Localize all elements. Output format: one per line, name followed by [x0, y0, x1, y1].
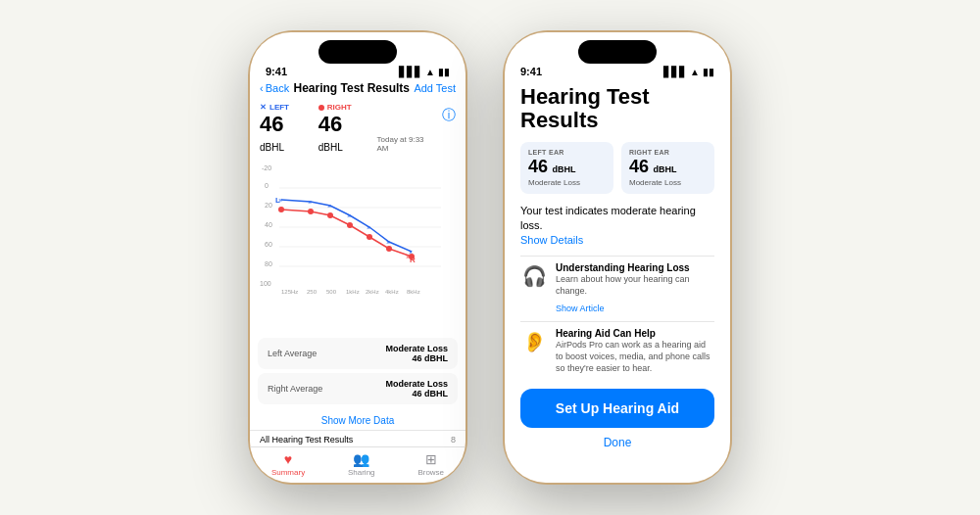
- wifi-icon: ▲: [425, 67, 435, 77]
- status-bar-left: 9:41 ▋▋▋ ▲ ▮▮: [250, 64, 466, 77]
- signal-icon: ▋▋▋: [399, 67, 422, 77]
- info-button[interactable]: ⓘ: [442, 107, 456, 155]
- right-ear-card-desc: Moderate Loss: [629, 178, 707, 187]
- left-summary-label: Left Average: [268, 349, 317, 358]
- svg-point-29: [308, 209, 314, 214]
- show-details-link[interactable]: Show Details: [520, 234, 714, 246]
- svg-text:80: 80: [265, 260, 272, 267]
- right-ear-reading: RIGHT 46 dBHL: [318, 103, 364, 155]
- hearing-aid-card: 👂 Hearing Aid Can Help AirPods Pro can w…: [520, 321, 714, 381]
- wifi-icon-right: ▲: [690, 67, 700, 77]
- svg-text:8kHz: 8kHz: [407, 289, 420, 295]
- signal-icon-right: ▋▋▋: [663, 67, 687, 77]
- audiogram-chart: -20 0 20 40 60 80 100 125Hz 250 500 1kHz…: [250, 157, 466, 334]
- result-text: Your test indicates moderate hearing los…: [520, 204, 714, 232]
- right-ear-card-value: 46 dBHL: [629, 157, 707, 177]
- status-bar-right: 9:41 ▋▋▋ ▲ ▮▮: [505, 64, 730, 77]
- add-test-button[interactable]: Add Test: [414, 82, 456, 94]
- test-date: Today at 9:33 AM: [377, 135, 428, 153]
- setup-hearing-aid-button[interactable]: Set Up Hearing Aid: [520, 389, 714, 428]
- left-ear-reading: ✕ LEFT 46 dBHL: [260, 103, 305, 155]
- ear-icon: 👂: [520, 328, 548, 355]
- all-results-count: 8: [451, 435, 456, 445]
- svg-text:2kHz: 2kHz: [366, 289, 379, 295]
- svg-text:0: 0: [265, 182, 269, 189]
- hearing-aid-text: AirPods Pro can work as a hearing aid to…: [556, 340, 714, 374]
- right-ear-card-label: RIGHT EAR: [629, 149, 707, 156]
- svg-text:60: 60: [265, 241, 272, 248]
- nav-bar-left: ‹ Back Hearing Test Results Add Test: [250, 77, 466, 99]
- svg-text:100: 100: [260, 280, 271, 287]
- show-more-button[interactable]: Show More Data: [250, 412, 466, 430]
- left-ear-card-value: 46 dBHL: [528, 157, 606, 177]
- status-icons-left: ▋▋▋ ▲ ▮▮: [399, 67, 450, 77]
- left-ear-label: ✕ LEFT: [260, 103, 305, 112]
- svg-text:40: 40: [265, 221, 272, 228]
- left-ear-card-desc: Moderate Loss: [528, 178, 606, 187]
- right-content: Hearing Test Results LEFT EAR 46 dBHL Mo…: [505, 77, 730, 483]
- svg-point-28: [278, 207, 284, 212]
- svg-text:4kHz: 4kHz: [385, 289, 399, 295]
- svg-text:×: ×: [386, 239, 390, 246]
- done-button[interactable]: Done: [520, 432, 714, 453]
- all-results-bar: All Hearing Test Results 8: [250, 430, 466, 446]
- right-ear-label: RIGHT: [318, 103, 364, 112]
- sharing-icon: 👥: [353, 451, 369, 467]
- svg-point-30: [327, 212, 333, 218]
- all-results-label: All Hearing Test Results: [260, 435, 353, 445]
- left-summary-row: Left Average Moderate Loss 46 dBHL: [258, 338, 458, 369]
- tab-sharing[interactable]: 👥 Sharing: [348, 451, 375, 477]
- svg-point-33: [386, 246, 392, 252]
- svg-text:×: ×: [278, 197, 282, 204]
- tab-browse[interactable]: ⊞ Browse: [417, 451, 444, 477]
- understanding-title: Understanding Hearing Loss: [556, 262, 714, 273]
- battery-icon-right: ▮▮: [703, 67, 714, 77]
- hearing-aid-card-content: Hearing Aid Can Help AirPods Pro can wor…: [556, 328, 714, 375]
- time-right: 9:41: [520, 66, 542, 77]
- right-summary-value: Moderate Loss 46 dBHL: [385, 379, 448, 398]
- understanding-hearing-card: 🎧 Understanding Hearing Loss Learn about…: [520, 256, 714, 321]
- back-label: Back: [266, 82, 289, 94]
- back-button[interactable]: ‹ Back: [260, 82, 289, 94]
- svg-text:×: ×: [347, 212, 351, 219]
- browse-icon: ⊞: [425, 451, 437, 467]
- svg-text:×: ×: [367, 224, 370, 231]
- hearing-aid-title: Hearing Aid Can Help: [556, 328, 714, 339]
- right-summary-label: Right Average: [268, 384, 322, 394]
- svg-text:250: 250: [307, 289, 318, 295]
- tab-summary-label: Summary: [271, 468, 305, 477]
- battery-icon: ▮▮: [438, 67, 450, 77]
- summary-rows: Left Average Moderate Loss 46 dBHL Right…: [250, 334, 466, 412]
- left-phone: 9:41 ▋▋▋ ▲ ▮▮ ‹ Back Hearing Test Result…: [250, 32, 466, 483]
- ear-cards: LEFT EAR 46 dBHL Moderate Loss RIGHT EAR…: [520, 142, 714, 194]
- time-left: 9:41: [266, 66, 287, 77]
- left-ear-card-label: LEFT EAR: [528, 149, 606, 156]
- show-article-link[interactable]: Show Article: [556, 304, 605, 313]
- tab-summary[interactable]: ♥ Summary: [271, 451, 305, 477]
- svg-text:×: ×: [406, 254, 410, 260]
- right-ear-card: RIGHT EAR 46 dBHL Moderate Loss: [621, 142, 714, 194]
- left-ear-x: ✕: [260, 103, 267, 112]
- svg-point-32: [367, 234, 372, 240]
- svg-text:1kHz: 1kHz: [346, 289, 360, 295]
- chart-svg: -20 0 20 40 60 80 100 125Hz 250 500 1kHz…: [254, 159, 462, 296]
- hearing-header: ✕ LEFT 46 dBHL RIGHT 46 dBHL: [250, 99, 466, 157]
- understanding-card-content: Understanding Hearing Loss Learn about h…: [556, 262, 714, 315]
- right-phone: 9:41 ▋▋▋ ▲ ▮▮ Hearing Test Results LEFT …: [505, 32, 730, 483]
- tab-sharing-label: Sharing: [348, 468, 375, 477]
- svg-text:20: 20: [265, 202, 272, 209]
- understanding-text: Learn about how your hearing can change.: [556, 274, 714, 297]
- chevron-left-icon: ‹: [260, 82, 264, 94]
- heart-icon: ♥: [284, 451, 292, 467]
- dynamic-island-right: [578, 40, 657, 64]
- right-summary-row: Right Average Moderate Loss 46 dBHL: [258, 373, 458, 404]
- left-ear-card: LEFT EAR 46 dBHL Moderate Loss: [520, 142, 613, 194]
- svg-text:125Hz: 125Hz: [281, 289, 298, 295]
- svg-text:×: ×: [308, 199, 312, 206]
- left-summary-value: Moderate Loss 46 dBHL: [385, 344, 448, 363]
- svg-text:500: 500: [326, 289, 337, 295]
- headphones-icon: 🎧: [520, 262, 548, 290]
- svg-point-31: [347, 222, 353, 228]
- left-ear-value: 46 dBHL: [260, 112, 305, 155]
- svg-text:-20: -20: [262, 164, 271, 171]
